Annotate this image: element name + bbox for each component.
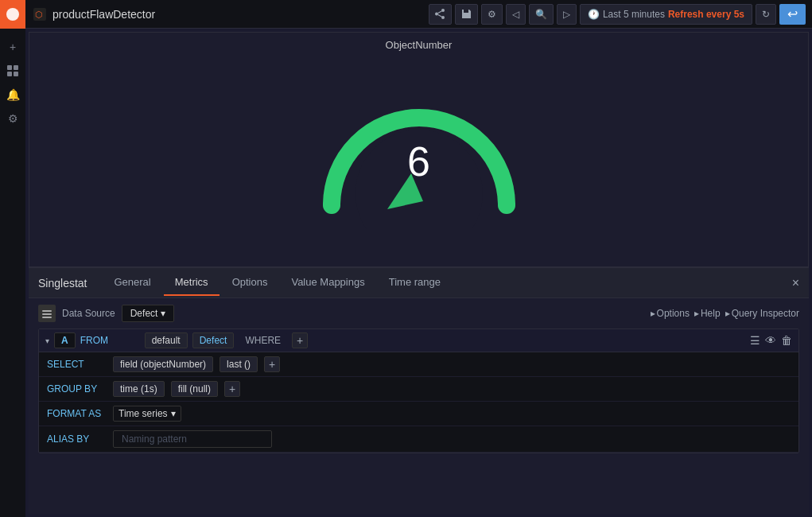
from-table[interactable]: Defect <box>192 332 235 348</box>
editor-panel: Singlestat General Metrics Options Value… <box>29 267 809 514</box>
toggle-view-button[interactable]: ☰ <box>750 334 760 347</box>
select-add-button[interactable]: + <box>264 356 280 372</box>
datasource-dropdown-icon: ▾ <box>161 308 165 319</box>
delete-button[interactable]: 🗑 <box>781 334 792 347</box>
datasource-row: Data Source Defect ▾ ▸ ▸ Options Options… <box>38 305 799 322</box>
query-inspector-arrow-icon: ▸ <box>725 308 730 319</box>
refresh-button[interactable]: ↻ <box>756 4 776 25</box>
tab-options[interactable]: Options <box>221 270 279 296</box>
svg-point-8 <box>435 13 438 16</box>
main-content: ⬡ productFlawDetector ⚙ ◁ 🔍 ▷ 🕐 Last 5 m… <box>25 0 812 517</box>
panel-area: ObjectNumber 6 <box>25 29 812 517</box>
format-as-row: FORMAT AS Time series ▾ <box>39 402 798 426</box>
group-by-row: GROUP BY time (1s) fill (null) + <box>39 377 798 402</box>
refresh-label: Refresh every 5s <box>668 9 744 20</box>
svg-rect-15 <box>42 317 52 318</box>
select-row: SELECT field (objectNumber) last () + <box>39 352 798 377</box>
svg-point-7 <box>441 9 445 12</box>
zoom-out-button[interactable]: ◁ <box>506 4 526 25</box>
format-as-select[interactable]: Time series ▾ <box>113 406 181 422</box>
datasource-value: Defect <box>130 308 158 319</box>
sidebar-item-add[interactable]: + <box>0 35 25 59</box>
format-dropdown-icon: ▾ <box>171 408 176 419</box>
datasource-select[interactable]: Defect ▾ <box>122 305 175 322</box>
query-alias: A <box>54 332 76 348</box>
back-button[interactable]: ↩ <box>779 4 806 25</box>
format-as-value: Time series <box>118 408 168 419</box>
gauge-value: 6 <box>407 138 430 185</box>
help-arrow-icon: ▸ <box>694 308 699 319</box>
dashboard-title: productFlawDetector <box>52 8 429 21</box>
tab-metrics[interactable]: Metrics <box>164 270 220 296</box>
sidebar: + 🔔 ⚙ <box>0 0 25 517</box>
help-button[interactable]: ▸ Help <box>694 308 721 319</box>
query-row-header: ▾ A FROM default Defect WHERE + ☰ 👁 🗑 <box>39 329 798 352</box>
gauge-title: ObjectNumber <box>386 39 453 51</box>
svg-rect-13 <box>42 310 52 312</box>
time-range[interactable]: 🕐 Last 5 minutes Refresh every 5s <box>580 4 752 25</box>
select-field[interactable]: field (objectNumber) <box>113 356 213 372</box>
select-label: SELECT <box>47 359 107 370</box>
options-arrow-icon: ▸ <box>651 308 655 319</box>
zoom-in-button[interactable]: ▷ <box>557 4 577 25</box>
alias-by-label: ALIAS BY <box>47 433 107 445</box>
format-as-label: FORMAT AS <box>47 408 107 419</box>
svg-point-9 <box>441 16 445 19</box>
share-button[interactable] <box>429 4 452 25</box>
alias-by-input[interactable] <box>113 430 272 448</box>
tab-value-mappings[interactable]: Value Mappings <box>280 270 375 296</box>
settings-button[interactable]: ⚙ <box>481 4 503 25</box>
query-inspector-button[interactable]: ▸ Query Inspector <box>725 308 799 319</box>
clock-icon: 🕐 <box>588 9 600 20</box>
alias-by-row: ALIAS BY <box>39 426 798 453</box>
svg-rect-2 <box>14 65 18 70</box>
grafana-logo: ⬡ <box>32 6 48 22</box>
svg-rect-14 <box>42 313 52 315</box>
eye-button[interactable]: 👁 <box>765 334 776 347</box>
group-by-add-button[interactable]: + <box>224 381 240 397</box>
datasource-label: Data Source <box>62 308 115 319</box>
app-logo[interactable] <box>0 0 25 29</box>
svg-rect-1 <box>7 65 12 70</box>
datasource-icon <box>38 305 56 322</box>
panel-tabs: General Metrics Options Value Mappings T… <box>103 270 791 296</box>
sidebar-item-alerts[interactable]: 🔔 <box>0 83 25 107</box>
svg-line-11 <box>438 11 442 14</box>
topbar: ⬡ productFlawDetector ⚙ ◁ 🔍 ▷ 🕐 Last 5 m… <box>25 0 812 29</box>
tab-time-range[interactable]: Time range <box>378 270 452 296</box>
save-button[interactable] <box>455 4 478 25</box>
group-by-label: GROUP BY <box>47 383 107 395</box>
group-by-time[interactable]: time (1s) <box>113 381 165 397</box>
select-fn[interactable]: last () <box>220 356 258 372</box>
svg-point-0 <box>6 8 19 21</box>
time-label: Last 5 minutes <box>603 9 665 20</box>
sidebar-item-settings[interactable]: ⚙ <box>0 107 25 130</box>
search-button[interactable]: 🔍 <box>529 4 554 25</box>
from-db[interactable]: default <box>145 332 188 348</box>
sidebar-item-dashboard[interactable] <box>0 59 25 83</box>
tab-general[interactable]: General <box>103 270 161 296</box>
group-by-fill[interactable]: fill (null) <box>171 381 218 397</box>
from-label: FROM <box>80 335 140 346</box>
panel-title: Singlestat <box>38 277 87 290</box>
where-label: WHERE <box>239 333 287 348</box>
svg-rect-4 <box>14 72 18 76</box>
where-add-button[interactable]: + <box>292 332 308 348</box>
gauge-container: 6 <box>308 70 530 229</box>
query-builder: ▾ A FROM default Defect WHERE + ☰ 👁 🗑 <box>38 328 799 453</box>
topbar-actions: ⚙ ◁ 🔍 ▷ 🕐 Last 5 minutes Refresh every 5… <box>429 4 806 25</box>
svg-line-10 <box>438 14 442 17</box>
query-area: Data Source Defect ▾ ▸ ▸ Options Options… <box>29 298 809 460</box>
datasource-actions: ▸ ▸ Options Options ▸ Help ▸ Query Inspe… <box>651 308 799 319</box>
close-button[interactable]: × <box>792 276 799 290</box>
query-toggle[interactable]: ▾ <box>45 336 49 345</box>
query-row-actions: ☰ 👁 🗑 <box>750 334 792 347</box>
gauge-panel: ObjectNumber 6 <box>29 32 809 267</box>
svg-text:⬡: ⬡ <box>35 10 43 19</box>
svg-rect-3 <box>7 72 12 76</box>
panel-header: Singlestat General Metrics Options Value… <box>29 268 809 298</box>
options-button[interactable]: ▸ ▸ Options Options <box>651 308 690 319</box>
